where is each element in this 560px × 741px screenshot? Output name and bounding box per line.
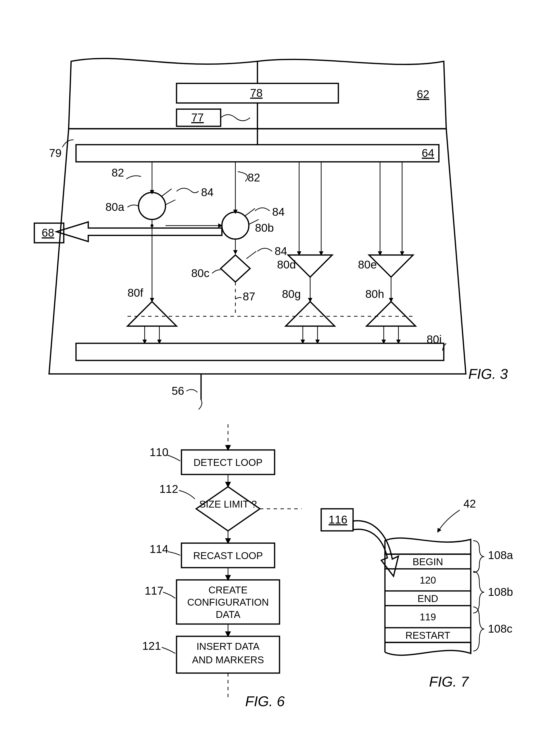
ref-62: 62 [417,88,429,100]
row-restart: RESTART [406,630,450,641]
ref-68: 68 [42,226,54,239]
tick-80b1 [245,208,255,216]
node-80c [221,255,250,282]
ref-108c: 108c [488,622,512,635]
lbl-117c: DATA [216,609,240,620]
ref-116: 116 [329,513,347,526]
ref-80b: 80b [255,221,274,234]
ref-82b: 82 [248,171,260,184]
patent-figure-page: 78 62 77 64 79 82 82 84 80a [0,0,560,741]
row-120: 120 [420,575,436,586]
node-80f [128,301,177,326]
ref-42: 42 [464,497,476,510]
tick-80a2 [165,200,175,205]
ref-108a: 108a [488,549,513,561]
memory-block: BEGIN 120 END 119 RESTART [385,538,471,655]
leader-80a [128,205,139,207]
lbl-117b: CONFIGURATION [187,597,269,608]
leader-56 [186,390,197,392]
ref-78: 78 [250,86,263,99]
arrow-116 [353,521,399,576]
lbl-121a: INSERT DATA [196,641,260,652]
ref-80e: 80e [358,258,377,271]
fig3-caption: FIG. 3 [468,366,508,382]
ref-114: 114 [150,543,168,555]
tick-80a1 [162,189,171,196]
ref-121: 121 [142,639,161,652]
fig6: DETECT LOOP 110 SIZE LIMIT ? 112 RECAST … [142,424,301,709]
leader-117 [163,592,175,598]
bus-64 [76,145,439,162]
node-80a [139,193,165,219]
ref-87: 87 [243,290,255,303]
fig3: 78 62 77 64 79 82 82 84 80a [34,58,508,409]
lbl-121b: AND MARKERS [192,655,264,665]
tick-80c [247,251,256,259]
lbl-114: RECAST LOOP [193,550,263,561]
ref-80f: 80f [128,286,143,299]
ref-110: 110 [150,446,168,459]
leader-82a [126,176,141,179]
leader-84a [177,188,199,193]
leader-114 [168,552,180,555]
leader-110 [167,455,180,461]
leader-84c [258,248,272,252]
ref-84c: 84 [275,245,287,258]
ref-84a: 84 [201,186,214,199]
leader-42 [438,510,460,532]
row-end: END [418,593,438,604]
ref-80d: 80d [277,258,296,271]
ref-80i: 80i [427,333,441,346]
mem-bottom [385,643,471,655]
ref-79: 79 [49,147,62,159]
brace-108a [473,541,484,572]
out-56-tail [199,400,202,409]
mem-top [385,538,471,554]
fig6-caption: FIG. 6 [245,693,285,709]
ref-112: 112 [159,483,178,495]
row-begin: BEGIN [413,556,443,567]
lbl-110: DETECT LOOP [194,457,263,468]
ref-80g: 80g [282,288,301,300]
ref-56: 56 [171,385,184,397]
leader-112 [179,490,195,499]
ref-77: 77 [191,111,204,124]
ref-80c: 80c [191,267,209,279]
leader-84b [255,208,270,211]
ref-82a: 82 [112,166,124,179]
ref-64: 64 [422,147,434,159]
bus-80i [76,343,444,360]
leader-82b [238,172,248,182]
leader-80c [212,270,221,273]
lbl-117a: CREATE [208,585,248,595]
node-80b [222,212,249,239]
ref-80h: 80h [365,288,384,300]
ref-84b: 84 [272,205,285,218]
leader-87 [235,297,241,299]
leader-121 [162,647,175,654]
ref-108b: 108b [488,586,513,598]
fig7: 116 42 BEGIN 120 END 119 RESTART [321,497,513,689]
node-80g [286,301,335,326]
ref-117: 117 [145,584,163,597]
bus-to-68 [56,222,222,242]
row-119: 119 [420,612,436,622]
fig7-caption: FIG. 7 [429,674,469,689]
node-80h [366,301,416,326]
brace-108c [473,607,484,651]
ref-80a: 80a [106,201,124,213]
leader-77 [221,115,250,121]
lbl-112a: SIZE LIMIT ? [199,499,257,510]
